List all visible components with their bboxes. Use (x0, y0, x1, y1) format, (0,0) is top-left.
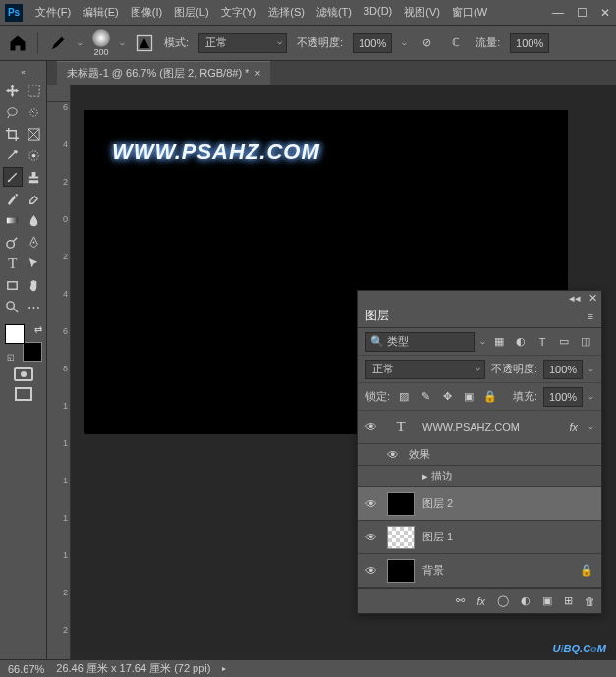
lasso-tool[interactable] (3, 102, 23, 122)
filter-type-icon[interactable]: T (534, 335, 550, 349)
menu-select[interactable]: 选择(S) (263, 2, 309, 23)
dodge-tool[interactable] (3, 232, 23, 252)
menu-view[interactable]: 视图(V) (399, 2, 445, 23)
layer-fill-value[interactable]: 100% (543, 387, 583, 407)
filter-pixel-icon[interactable]: ▦ (491, 335, 507, 349)
menu-window[interactable]: 窗口(W (447, 2, 492, 23)
home-icon[interactable] (8, 33, 28, 53)
spot-heal-tool[interactable] (25, 145, 44, 165)
layer-effect[interactable]: 👁效果 (358, 444, 601, 466)
close-button[interactable]: ✕ (599, 7, 611, 19)
crop-tool[interactable] (3, 124, 23, 143)
rectangle-tool[interactable] (3, 275, 23, 295)
brush-tool[interactable] (3, 167, 23, 187)
quick-mask-toggle[interactable] (14, 367, 33, 381)
brush-preview[interactable]: 200 (92, 29, 110, 57)
maximize-button[interactable]: ☐ (576, 7, 588, 19)
layer-opacity-value[interactable]: 100% (543, 360, 583, 379)
pressure-opacity-icon[interactable]: ⊘ (417, 33, 436, 53)
menu-edit[interactable]: 编辑(E) (78, 2, 124, 23)
document-info[interactable]: 26.46 厘米 x 17.64 厘米 (72 ppi) (56, 661, 210, 676)
visibility-toggle[interactable]: 👁 (365, 564, 379, 578)
layer-item[interactable]: 👁TWWW.PSAHZ.COMfx⌵ (358, 411, 601, 444)
menu-image[interactable]: 图像(I) (126, 2, 167, 23)
layers-panel: ◂◂ ✕ 图层 ≡ 🔍类型 ⌵ ▦ ◐ T ▭ ◫ 正常 不透明度: 100% … (357, 290, 602, 614)
extra-tool[interactable]: ⋯ (25, 297, 44, 316)
visibility-toggle[interactable]: 👁 (365, 421, 379, 434)
move-tool[interactable] (3, 81, 23, 100)
lock-transparent-icon[interactable]: ▨ (396, 390, 412, 404)
layer-item[interactable]: 👁图层 2 (358, 487, 601, 521)
blend-opacity-row: 正常 不透明度: 100% ⌵ (358, 356, 601, 383)
visibility-toggle[interactable]: 👁 (365, 531, 379, 544)
filter-shape-icon[interactable]: ▭ (556, 335, 572, 349)
menu-layer[interactable]: 图层(L) (169, 2, 213, 23)
layer-fx-icon[interactable]: fx (476, 595, 485, 607)
default-colors-icon[interactable]: ◱ (7, 353, 15, 362)
lock-position-icon[interactable]: ✥ (439, 390, 455, 404)
frame-tool[interactable] (25, 124, 44, 143)
link-layers-icon[interactable]: ⚯ (456, 594, 465, 607)
brush-tool-icon[interactable] (48, 33, 68, 53)
tab-close-icon[interactable]: × (254, 68, 260, 79)
opacity-value[interactable]: 100% (353, 33, 392, 53)
zoom-level[interactable]: 66.67% (8, 663, 44, 675)
quick-select-tool[interactable] (25, 102, 44, 122)
lock-all-icon[interactable]: 🔒 (482, 390, 498, 404)
visibility-toggle[interactable]: 👁 (387, 448, 401, 462)
layer-thumbnail[interactable] (387, 492, 415, 516)
eraser-tool[interactable] (25, 189, 44, 208)
layer-effect[interactable]: ▸ 描边 (358, 466, 601, 487)
gradient-tool[interactable] (3, 210, 23, 230)
ruler-origin[interactable] (47, 85, 71, 102)
type-tool[interactable]: T (3, 254, 23, 273)
layer-thumbnail[interactable] (387, 559, 415, 583)
marquee-tool[interactable] (25, 81, 44, 100)
layers-tab[interactable]: 图层 (365, 308, 389, 324)
blend-mode-dropdown[interactable]: 正常 (198, 33, 287, 53)
swap-colors-icon[interactable]: ⇄ (34, 324, 42, 335)
menu-file[interactable]: 文件(F) (30, 2, 76, 23)
layer-thumbnail[interactable] (387, 526, 415, 549)
menu-filter[interactable]: 滤镜(T) (311, 2, 357, 23)
brush-settings-icon[interactable] (135, 33, 154, 53)
stamp-tool[interactable] (25, 167, 43, 187)
minimize-button[interactable]: — (552, 7, 564, 19)
flow-label: 流量: (476, 35, 500, 50)
layer-mask-icon[interactable]: ◯ (497, 594, 509, 607)
visibility-toggle[interactable]: 👁 (365, 497, 379, 511)
foreground-color[interactable] (5, 324, 25, 344)
pen-tool[interactable] (25, 232, 44, 252)
panel-close-icon[interactable]: ✕ (588, 292, 597, 305)
layer-blend-mode[interactable]: 正常 (365, 360, 485, 379)
group-layers-icon[interactable]: ▣ (542, 594, 552, 607)
filter-adjust-icon[interactable]: ◐ (513, 335, 529, 349)
filter-smart-icon[interactable]: ◫ (578, 335, 593, 349)
toolbox-collapse[interactable]: « (3, 67, 43, 77)
hand-tool[interactable] (25, 275, 44, 295)
zoom-tool[interactable] (3, 297, 23, 316)
delete-layer-icon[interactable]: 🗑 (585, 595, 595, 607)
panel-menu-icon[interactable]: ≡ (588, 310, 593, 322)
lock-pixels-icon[interactable]: ✎ (418, 390, 433, 404)
panel-collapse-icon[interactable]: ◂◂ (569, 292, 581, 305)
document-tab[interactable]: 未标题-1 @ 66.7% (图层 2, RGB/8#) * × (57, 61, 270, 85)
layer-item[interactable]: 👁图层 1 (358, 521, 601, 554)
vertical-ruler[interactable]: 642024681111122 (47, 102, 71, 659)
new-layer-icon[interactable]: ⊞ (564, 594, 573, 607)
layer-filter-type[interactable]: 🔍类型 (365, 332, 475, 352)
lock-artboard-icon[interactable]: ▣ (461, 390, 476, 404)
airbrush-icon[interactable]: ℂ (446, 33, 466, 53)
layer-item[interactable]: 👁背景🔒 (358, 554, 601, 588)
background-color[interactable] (23, 342, 42, 362)
color-swatches[interactable]: ⇄ ◱ (5, 324, 42, 362)
menu-3d[interactable]: 3D(D) (359, 2, 397, 23)
screen-mode-toggle[interactable] (15, 387, 32, 401)
menu-type[interactable]: 文字(Y) (216, 2, 262, 23)
path-select-tool[interactable] (25, 254, 44, 273)
blur-tool[interactable] (25, 210, 44, 230)
eyedropper-tool[interactable] (3, 145, 23, 165)
history-brush-tool[interactable] (3, 189, 23, 208)
adjustment-layer-icon[interactable]: ◐ (521, 594, 531, 607)
flow-value[interactable]: 100% (510, 33, 549, 53)
